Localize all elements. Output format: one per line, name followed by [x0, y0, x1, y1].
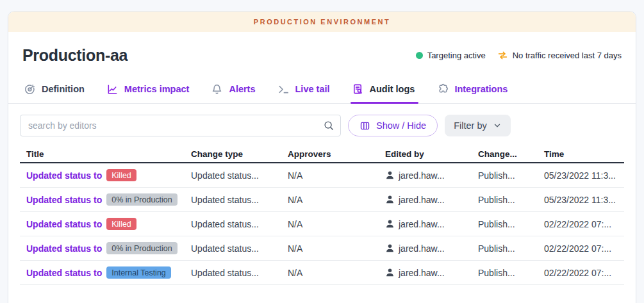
change-type-cell: Updated status...: [191, 219, 288, 229]
table-row[interactable]: Updated status to Internal Testing Updat…: [20, 261, 624, 285]
table-header-row: Title Change type Approvers Edited by Ch…: [20, 145, 624, 163]
title-link[interactable]: Updated status to: [26, 170, 102, 181]
toolbar: Show / Hide Filter by: [8, 104, 636, 145]
targeting-status: Targeting active: [416, 51, 486, 60]
approvers-cell: N/A: [288, 170, 385, 181]
edited-by-cell: jared.haw...: [385, 195, 478, 205]
edited-by-name: jared.haw...: [399, 219, 445, 229]
change-type-cell: Updated status...: [191, 243, 288, 254]
filter-by-button[interactable]: Filter by: [445, 115, 511, 136]
person-icon: [385, 243, 395, 253]
traffic-status: No traffic received last 7 days: [497, 50, 622, 61]
table-row[interactable]: Updated status to Killed Updated status.…: [20, 212, 624, 236]
column-header-approvers: Approvers: [288, 149, 385, 159]
terminal-icon: [277, 83, 290, 95]
audit-log-table: Title Change type Approvers Edited by Ch…: [20, 145, 624, 285]
title-link[interactable]: Updated status to: [26, 219, 102, 229]
approvers-cell: N/A: [288, 243, 385, 254]
environment-card: PRODUCTION ENVIRONMENT Production-aa Tar…: [8, 11, 636, 303]
approvers-cell: N/A: [288, 195, 385, 205]
changes-cell: Publish...: [478, 268, 544, 278]
person-icon: [385, 195, 395, 204]
changes-cell: Publish...: [478, 195, 544, 205]
time-cell: 02/22/2022 07:...: [544, 219, 624, 229]
tab-label: Audit logs: [370, 84, 415, 94]
page-title: Production-aa: [22, 46, 128, 65]
page-header: Production-aa Targeting active No traffi…: [8, 32, 636, 75]
tab-definition[interactable]: Definition: [24, 75, 85, 103]
time-cell: 02/22/2022 07:...: [544, 268, 624, 278]
columns-icon: [359, 120, 370, 131]
title-link[interactable]: Updated status to: [26, 268, 102, 278]
changes-cell: Publish...: [478, 170, 544, 181]
edited-by-name: jared.haw...: [399, 243, 445, 254]
column-header-change-type: Change type: [191, 149, 288, 159]
status-group: Targeting active No traffic received las…: [416, 50, 622, 61]
edited-by-cell: jared.haw...: [385, 170, 478, 181]
line-chart-icon: [106, 83, 119, 95]
filter-by-label: Filter by: [454, 120, 487, 131]
title-cell: Updated status to Killed: [20, 169, 191, 181]
table-row[interactable]: Updated status to Killed Updated status.…: [20, 163, 624, 188]
search-icon: [323, 120, 334, 134]
bell-icon: [211, 83, 223, 95]
show-hide-label: Show / Hide: [376, 120, 426, 131]
puzzle-icon: [436, 83, 449, 95]
person-icon: [385, 170, 395, 180]
title-link[interactable]: Updated status to: [26, 195, 102, 205]
edited-by-name: jared.haw...: [399, 170, 445, 181]
search-input[interactable]: [20, 115, 341, 136]
status-badge: Internal Testing: [106, 266, 171, 279]
changes-cell: Publish...: [478, 243, 544, 254]
person-icon: [385, 219, 395, 229]
table-row[interactable]: Updated status to 0% in Production Updat…: [20, 188, 624, 212]
edited-by-cell: jared.haw...: [385, 243, 478, 254]
tab-metrics-impact[interactable]: Metrics impact: [106, 75, 190, 103]
show-hide-button[interactable]: Show / Hide: [348, 115, 438, 136]
status-badge: Killed: [106, 218, 136, 230]
tab-audit-logs[interactable]: Audit logs: [352, 75, 415, 103]
chevron-down-icon: [493, 121, 502, 130]
targeting-status-label: Targeting active: [427, 51, 486, 60]
time-cell: 05/23/2022 11:3...: [544, 195, 624, 205]
green-dot-icon: [416, 52, 423, 59]
column-header-time: Time: [544, 149, 624, 159]
status-badge: 0% in Production: [106, 193, 178, 206]
status-badge: 0% in Production: [106, 242, 178, 254]
approvers-cell: N/A: [288, 268, 385, 278]
edited-by-cell: jared.haw...: [385, 219, 478, 229]
edited-by-name: jared.haw...: [399, 195, 445, 205]
traffic-arrows-icon: [497, 50, 508, 61]
tab-live-tail[interactable]: Live tail: [277, 75, 330, 103]
tab-label: Definition: [42, 84, 85, 94]
tab-alerts[interactable]: Alerts: [211, 75, 255, 103]
time-cell: 05/23/2022 11:3...: [544, 170, 624, 181]
edited-by-cell: jared.haw...: [385, 268, 478, 278]
tab-label: Alerts: [229, 84, 255, 94]
column-header-edited-by: Edited by: [385, 149, 478, 159]
time-cell: 02/22/2022 07:...: [544, 243, 624, 254]
title-cell: Updated status to Internal Testing: [20, 266, 191, 279]
traffic-status-label: No traffic received last 7 days: [513, 51, 622, 60]
tab-label: Integrations: [454, 84, 508, 94]
change-type-cell: Updated status...: [191, 268, 288, 278]
title-link[interactable]: Updated status to: [26, 243, 102, 254]
change-type-cell: Updated status...: [191, 170, 288, 181]
production-environment-banner: PRODUCTION ENVIRONMENT: [8, 12, 636, 32]
edited-by-name: jared.haw...: [399, 268, 445, 278]
column-header-changes: Change...: [478, 149, 544, 159]
tab-label: Metrics impact: [124, 84, 190, 94]
table-row[interactable]: Updated status to 0% in Production Updat…: [20, 236, 624, 261]
search-wrap: [20, 115, 341, 136]
target-icon: [24, 83, 36, 95]
tab-label: Live tail: [295, 84, 330, 94]
person-icon: [385, 268, 395, 277]
change-type-cell: Updated status...: [191, 195, 288, 205]
banner-label: PRODUCTION ENVIRONMENT: [254, 18, 390, 26]
approvers-cell: N/A: [288, 219, 385, 229]
document-search-icon: [352, 83, 364, 95]
tab-integrations[interactable]: Integrations: [436, 75, 508, 103]
title-cell: Updated status to 0% in Production: [20, 193, 191, 206]
title-cell: Updated status to Killed: [20, 218, 191, 230]
tab-bar: Definition Metrics impact Alerts: [8, 75, 636, 104]
